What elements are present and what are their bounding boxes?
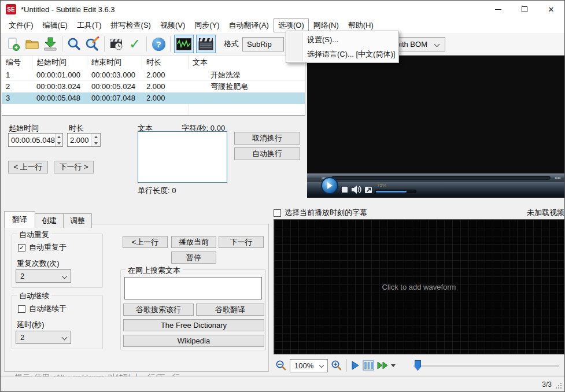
auto-break-button[interactable]: 自动换行: [234, 147, 300, 160]
video-screen[interactable]: [307, 56, 565, 173]
auto-continue-checkbox[interactable]: 自动继续于: [18, 304, 67, 314]
menu-sync[interactable]: 同步(Y): [190, 19, 224, 32]
toolbar-separator: [62, 36, 62, 51]
previous-line-button[interactable]: < 上一行: [8, 161, 48, 173]
column-header-number[interactable]: 编号: [2, 56, 32, 69]
close-icon: ✕: [548, 5, 555, 14]
save-icon: [43, 36, 58, 51]
delay-value: 2: [20, 333, 24, 342]
zoom-in-icon[interactable]: [331, 360, 342, 371]
column-header-start[interactable]: 起始时间: [32, 56, 87, 69]
table-row[interactable]: 2 00:00:03.024 00:00:05.024 2.000 弯腰捡肥皂: [2, 81, 305, 93]
columns-view-icon[interactable]: [363, 360, 374, 371]
menu-item-choose-language[interactable]: 选择语言(C)... [中文(简体)]: [286, 47, 398, 61]
help-button[interactable]: ?: [149, 35, 168, 53]
slider-thumb[interactable]: [415, 360, 421, 371]
controls-separator: [346, 359, 347, 372]
minimize-button[interactable]: [485, 1, 511, 18]
maximize-button[interactable]: [511, 1, 538, 18]
format-combobox[interactable]: SubRip: [242, 37, 284, 51]
pause-button[interactable]: 暂停: [171, 252, 216, 264]
auto-continue-group: 自动继续 自动继续于 延时(秒) 2: [12, 295, 103, 349]
open-file-button[interactable]: [23, 35, 41, 53]
toolbar-separator: [104, 36, 105, 51]
next-line-button[interactable]: 下一行 >: [54, 161, 94, 173]
menu-tools[interactable]: 工具(T): [72, 19, 106, 32]
replace-button[interactable]: [83, 35, 102, 53]
next-line-button[interactable]: 下一行: [219, 236, 264, 248]
column-header-duration[interactable]: 时长: [142, 56, 189, 69]
tab-translate[interactable]: 翻译: [4, 211, 35, 228]
cell-number: 3: [2, 93, 32, 103]
waveform-placeholder-label: Click to add waveform: [382, 283, 456, 291]
select-current-subtitle-checkbox[interactable]: [274, 209, 281, 217]
resize-grip[interactable]: [560, 387, 562, 389]
visual-sync-button[interactable]: [107, 35, 125, 53]
cell-start: 00:00:03.024: [32, 81, 87, 92]
toggle-waveform-button[interactable]: [174, 35, 194, 53]
video-seek-bar: ◄◄ ►►: [307, 173, 565, 182]
waveform-position-slider[interactable]: [413, 360, 559, 371]
stop-button[interactable]: [342, 187, 348, 193]
repeat-count-combobox[interactable]: 2: [16, 269, 71, 283]
subtitle-text-input[interactable]: [138, 131, 227, 183]
toggle-video-button[interactable]: [196, 35, 216, 53]
free-dictionary-button[interactable]: The Free Dictionary: [123, 319, 264, 331]
spell-check-icon: ✓: [129, 37, 141, 51]
menu-edit[interactable]: 编辑(E): [38, 19, 72, 32]
column-header-end[interactable]: 结束时间: [87, 56, 142, 69]
table-row-selected[interactable]: 3 00:00:05.048 00:00:07.048 2.000: [2, 93, 305, 104]
menu-video[interactable]: 视频(V): [156, 19, 190, 32]
menu-autotranslate[interactable]: 自动翻译(A): [224, 19, 274, 32]
open-folder-icon: [24, 36, 40, 51]
spinner-arrows-icon[interactable]: [91, 134, 100, 146]
zoom-out-icon[interactable]: [275, 360, 287, 371]
tab-strip: 翻译 创建 调整: [4, 211, 91, 228]
prev-line-button[interactable]: <上一行: [123, 236, 168, 248]
spell-check-button[interactable]: ✓: [125, 35, 144, 53]
close-button[interactable]: ✕: [538, 1, 564, 18]
volume-icon[interactable]: [351, 185, 362, 194]
chevron-down-icon[interactable]: [391, 364, 396, 369]
table-row[interactable]: 1 00:00:01.000 00:00:03.000 2.000 开始洗澡: [2, 69, 305, 81]
start-time-value: 00:00:05.048: [9, 136, 55, 145]
menu-item-settings[interactable]: 设置(S)...: [286, 32, 398, 47]
delay-combobox[interactable]: 2: [16, 331, 71, 344]
tab-create[interactable]: 创建: [35, 213, 64, 228]
google-search-button[interactable]: 谷歌搜索该行: [123, 304, 194, 316]
start-time-spinner[interactable]: 00:00:05.048: [8, 133, 63, 147]
checkbox-unchecked-icon: [18, 305, 25, 313]
google-translate-button[interactable]: 谷歌翻译: [196, 304, 264, 316]
new-file-icon: [6, 36, 21, 51]
subtitle-list: 编号 起始时间 结束时间 时长 文本 1 00:00:01.000 00:00:…: [2, 56, 305, 116]
play-button[interactable]: [321, 177, 338, 194]
menu-file[interactable]: 文件(F): [4, 19, 38, 32]
unbreak-button[interactable]: 取消换行: [234, 132, 300, 145]
wikipedia-button[interactable]: Wikipedia: [123, 335, 264, 347]
play-waveform-icon[interactable]: [351, 361, 360, 370]
cell-end: 00:00:05.024: [87, 81, 142, 92]
playback-speed-icon[interactable]: [377, 361, 388, 370]
auto-repeat-checkbox[interactable]: ✓ 自动重复于: [18, 242, 67, 253]
volume-slider[interactable]: [375, 190, 416, 193]
save-button[interactable]: [41, 35, 60, 53]
menu-spellcheck[interactable]: 拼写检查(S): [106, 19, 156, 32]
play-current-button[interactable]: 播放当前: [171, 236, 216, 248]
fast-forward-icon[interactable]: ►►: [555, 176, 561, 180]
fullscreen-icon[interactable]: [364, 186, 372, 194]
seek-slider[interactable]: [331, 176, 550, 180]
translate-tab-page: 自动重复 ✓ 自动重复于 重复次数(次) 2 自动继续 自动继续于 延时(秒): [4, 224, 269, 372]
web-search-input[interactable]: [124, 277, 262, 299]
cell-start: 00:00:05.048: [32, 93, 87, 103]
find-button[interactable]: [65, 35, 83, 53]
spinner-arrows-icon[interactable]: [55, 134, 62, 146]
duration-value: 2.000: [68, 136, 91, 145]
new-file-button[interactable]: [4, 35, 23, 53]
video-icon: [198, 38, 213, 51]
duration-spinner[interactable]: 2.000: [67, 133, 101, 147]
format-value: SubRip: [247, 40, 272, 49]
zoom-level-combobox[interactable]: 100%: [290, 359, 328, 372]
chevron-down-icon: [62, 273, 68, 279]
waveform-display[interactable]: Click to add waveform: [274, 219, 564, 354]
tab-adjust[interactable]: 调整: [63, 213, 92, 228]
